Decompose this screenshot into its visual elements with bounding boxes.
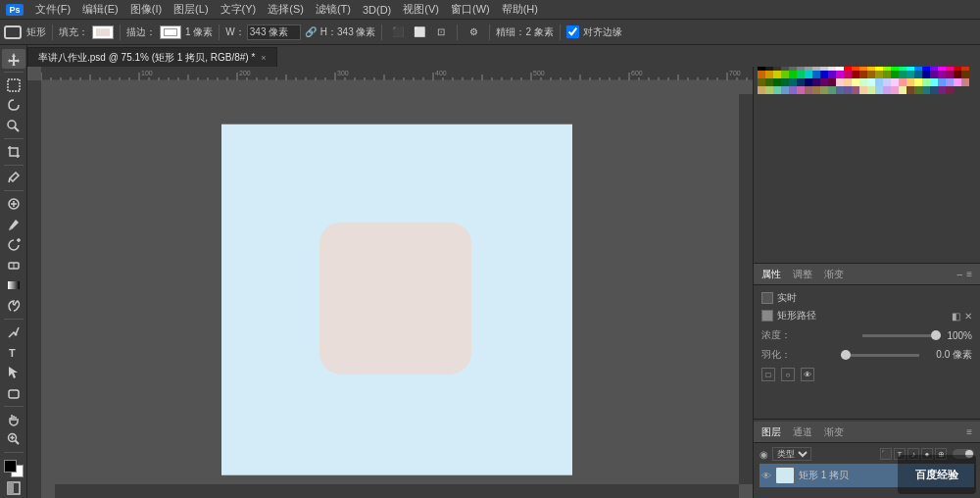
props-tab-properties[interactable]: 属性 bbox=[761, 268, 781, 281]
color-swatch-cell[interactable] bbox=[883, 78, 891, 86]
menu-edit[interactable]: 编辑(E) bbox=[76, 0, 124, 20]
tool-brush[interactable] bbox=[2, 215, 25, 234]
layers-tab-gradient[interactable]: 渐变 bbox=[824, 425, 844, 439]
color-swatch-cell[interactable] bbox=[922, 71, 930, 78]
layers-tab-channels[interactable]: 通道 bbox=[793, 425, 812, 439]
color-swatch-cell[interactable] bbox=[938, 86, 946, 94]
color-swatch-cell[interactable] bbox=[844, 71, 852, 78]
menu-filter[interactable]: 滤镜(T) bbox=[310, 0, 357, 20]
tool-gradient[interactable] bbox=[2, 275, 25, 295]
color-swatch-cell[interactable] bbox=[930, 86, 938, 94]
color-swatch-cell[interactable] bbox=[930, 78, 938, 86]
tool-marquee-rect[interactable] bbox=[2, 75, 25, 95]
color-swatch-cell[interactable] bbox=[812, 71, 820, 78]
color-swatch-cell[interactable] bbox=[852, 86, 859, 94]
menu-window[interactable]: 窗口(W) bbox=[445, 0, 496, 20]
align-center-icon[interactable]: ⬜ bbox=[410, 24, 429, 41]
tool-clone[interactable] bbox=[2, 235, 25, 255]
color-swatch-cell[interactable] bbox=[875, 86, 883, 94]
color-swatch-cell[interactable] bbox=[875, 78, 883, 86]
color-swatch-cell[interactable] bbox=[954, 78, 961, 86]
color-swatch-cell[interactable] bbox=[781, 86, 789, 94]
color-swatch-cell[interactable] bbox=[859, 78, 867, 86]
tool-hand[interactable] bbox=[2, 410, 25, 429]
color-swatch-cell[interactable] bbox=[946, 86, 954, 94]
props-icon-eye[interactable]: 👁 bbox=[801, 368, 814, 381]
color-swatch-cell[interactable] bbox=[797, 86, 805, 94]
color-swatch-cell[interactable] bbox=[805, 71, 812, 78]
color-swatch-cell[interactable] bbox=[758, 71, 765, 78]
menu-view[interactable]: 视图(V) bbox=[397, 0, 445, 20]
color-swatch-cell[interactable] bbox=[781, 71, 789, 78]
tool-pen[interactable] bbox=[2, 323, 25, 342]
color-swatch-cell[interactable] bbox=[899, 78, 906, 86]
document-tab[interactable]: 率讲八作业.psd @ 75.1% (矩形 1 拷贝, RGB/8#) * × bbox=[27, 47, 277, 67]
props-panel-collapse[interactable]: – bbox=[957, 269, 963, 279]
align-edge-option[interactable]: 对齐边缘 bbox=[566, 25, 622, 39]
tool-healing[interactable] bbox=[2, 194, 25, 214]
tool-move[interactable] bbox=[2, 49, 25, 69]
color-swatch-cell[interactable] bbox=[899, 86, 906, 94]
menu-image[interactable]: 图像(I) bbox=[124, 0, 168, 20]
color-swatch-cell[interactable] bbox=[773, 78, 781, 86]
stroke-swatch[interactable] bbox=[160, 25, 181, 39]
color-swatch-cell[interactable] bbox=[883, 71, 891, 78]
menu-help[interactable]: 帮助(H) bbox=[496, 0, 544, 20]
props-icon-1[interactable]: □ bbox=[761, 368, 775, 381]
color-swatch-cell[interactable] bbox=[781, 78, 789, 86]
color-swatch-cell[interactable] bbox=[946, 71, 954, 78]
color-swatch-cell[interactable] bbox=[797, 71, 805, 78]
color-swatch-cell[interactable] bbox=[844, 86, 852, 94]
horizontal-scrollbar[interactable] bbox=[55, 484, 739, 498]
color-swatch-cell[interactable] bbox=[812, 86, 820, 94]
color-swatch-cell[interactable] bbox=[758, 78, 765, 86]
color-swatch-cell[interactable] bbox=[930, 71, 938, 78]
color-swatch-cell[interactable] bbox=[773, 71, 781, 78]
tool-burn[interactable] bbox=[2, 296, 25, 316]
color-swatch-cell[interactable] bbox=[883, 86, 891, 94]
filter-icon-1[interactable]: ⬛ bbox=[880, 448, 892, 460]
path-action-2[interactable]: ✕ bbox=[964, 311, 972, 322]
foreground-color[interactable] bbox=[4, 460, 17, 473]
tool-eyedropper[interactable] bbox=[2, 168, 25, 187]
color-swatch-cell[interactable] bbox=[922, 86, 930, 94]
color-swatch-cell[interactable] bbox=[859, 71, 867, 78]
color-swatch-cell[interactable] bbox=[852, 71, 859, 78]
color-swatch-cell[interactable] bbox=[828, 78, 836, 86]
menu-text[interactable]: 文字(Y) bbox=[215, 0, 263, 20]
color-swatch-cell[interactable] bbox=[805, 86, 812, 94]
align-bottom-icon[interactable]: ⊡ bbox=[431, 24, 451, 41]
color-swatch-cell[interactable] bbox=[922, 78, 930, 86]
color-swatch-cell[interactable] bbox=[789, 78, 797, 86]
menu-file[interactable]: 文件(F) bbox=[29, 0, 76, 20]
color-swatch-cell[interactable] bbox=[844, 78, 852, 86]
fill-option[interactable]: 填充： bbox=[59, 25, 114, 39]
color-swatch-cell[interactable] bbox=[875, 71, 883, 78]
color-swatch-cell[interactable] bbox=[914, 71, 922, 78]
fill-swatch[interactable] bbox=[92, 25, 114, 39]
path-action-1[interactable]: ◧ bbox=[952, 311, 960, 322]
color-swatch-cell[interactable] bbox=[914, 86, 922, 94]
vertical-scrollbar[interactable] bbox=[739, 94, 753, 484]
color-swatch-cell[interactable] bbox=[859, 86, 867, 94]
color-swatch-cell[interactable] bbox=[836, 71, 844, 78]
color-swatch-cell[interactable] bbox=[773, 86, 781, 94]
color-swatch-cell[interactable] bbox=[812, 78, 820, 86]
opacity-slider[interactable] bbox=[862, 334, 941, 337]
color-swatch-cell[interactable] bbox=[867, 78, 875, 86]
tool-lasso[interactable] bbox=[2, 95, 25, 115]
filter-dropdown[interactable]: 类型 bbox=[772, 447, 811, 461]
color-swatch-cell[interactable] bbox=[789, 86, 797, 94]
color-swatch-cell[interactable] bbox=[891, 71, 899, 78]
color-swatch-cell[interactable] bbox=[765, 78, 773, 86]
tool-crop[interactable] bbox=[2, 142, 25, 162]
menu-layer[interactable]: 图层(L) bbox=[168, 0, 214, 20]
color-swatch-cell[interactable] bbox=[946, 78, 954, 86]
align-top-icon[interactable]: ⬛ bbox=[388, 24, 408, 41]
props-tab-adjustments[interactable]: 调整 bbox=[793, 268, 812, 281]
tool-zoom[interactable] bbox=[2, 430, 25, 450]
color-swatch-cell[interactable] bbox=[891, 86, 899, 94]
color-swatch-cell[interactable] bbox=[789, 71, 797, 78]
feather-slider[interactable] bbox=[841, 354, 919, 357]
color-swatch-cell[interactable] bbox=[828, 86, 836, 94]
